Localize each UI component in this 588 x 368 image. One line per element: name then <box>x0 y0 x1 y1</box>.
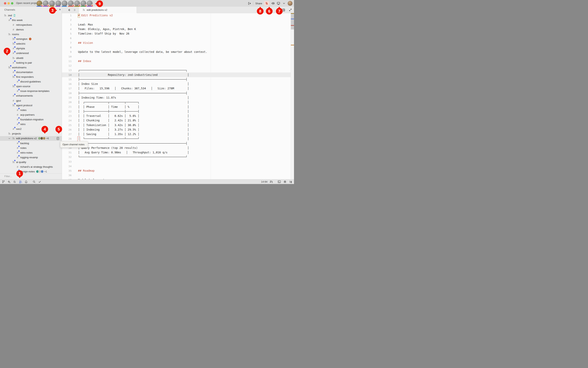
editor-line-11[interactable]: 11## Inbox <box>62 59 291 64</box>
sidebar-item-projects[interactable]: projects <box>0 131 62 136</box>
sidebar-item-soc2[interactable]: #soc2 <box>0 127 62 131</box>
chevron-down-icon[interactable] <box>8 137 11 140</box>
editor-line-20[interactable]: 20│ ┌──────────────┬─────────┬───────┐ │ <box>62 100 291 104</box>
editor-line-18[interactable]: 18├─────────────────────────────────────… <box>62 91 291 95</box>
editor-line-14[interactable]: 14│ Repository: zed-industries/zed │ <box>62 73 291 77</box>
sidebar-item-notes[interactable]: #notes <box>0 108 62 112</box>
sidebar-item-ai-quality[interactable]: ai quality <box>0 160 62 164</box>
editor-line-25[interactable]: 25│ │ Tokenization │ 3.42s │ 30.8% │ │ <box>62 123 291 127</box>
editor-line-21[interactable]: 21│ │ Phase │ Time │ % │ │ <box>62 104 291 109</box>
search-icon[interactable] <box>32 180 36 184</box>
editor-line-28[interactable]: 28│ └──────────────┴─────────┴───────┘ │ <box>62 137 291 141</box>
participant-avatar[interactable] <box>81 0 86 6</box>
sidebar-item-logging-revamp[interactable]: #logging-revamp <box>0 155 62 160</box>
zoom-window-button[interactable] <box>11 2 13 5</box>
open-channel-notes-button[interactable] <box>57 137 59 141</box>
sidebar-item-gpui[interactable]: #gpui <box>0 98 62 103</box>
participant-avatar[interactable] <box>56 0 61 6</box>
participant-avatar[interactable] <box>43 0 48 6</box>
collab-panel-icon[interactable] <box>19 180 22 184</box>
sidebar-item-looking-to-pair[interactable]: #looking to pair <box>0 60 62 65</box>
audio-icon[interactable] <box>271 1 275 5</box>
editor-line-34[interactable]: 34 <box>62 164 291 168</box>
recent-project-menu[interactable]: Open recent project <box>16 1 38 5</box>
terminal-icon[interactable] <box>277 180 281 184</box>
sidebar-item-open-source[interactable]: open-source <box>0 84 62 89</box>
sidebar-item-enhancements[interactable]: #enhancements <box>0 93 62 98</box>
edit-prediction-icon[interactable] <box>270 180 273 184</box>
nav-back-button[interactable] <box>67 8 71 12</box>
editor-line-27[interactable]: 27│ │ Saving │ 1.35s │ 12.2% │ │ <box>62 132 291 137</box>
editor-line-23[interactable]: 23│ │ Traversal │ 0.62s │ 5.6% │ │ <box>62 114 291 118</box>
editor-line-29[interactable]: 29├─────────────────────────────────────… <box>62 141 291 146</box>
participant-avatar[interactable] <box>74 0 80 6</box>
expand-icon[interactable] <box>288 8 292 12</box>
editor-pane[interactable]: 1# Edit Predictions v223Lead: Max4Team: … <box>62 13 291 179</box>
sidebar-item-discord-guidelines[interactable]: #discord-guidelines <box>0 79 62 84</box>
participant-avatar[interactable] <box>68 0 74 6</box>
editor-line-5[interactable]: 5Timeline: Staff Ship by Nov 26 <box>62 31 291 36</box>
filter-input[interactable] <box>4 175 44 178</box>
editor-line-19[interactable]: 19│ Indexing Time: 11.07s │ <box>62 95 291 100</box>
sidebar-item-selectric[interactable]: selectric <box>0 41 62 46</box>
editor-line-10[interactable]: 10 <box>62 54 291 59</box>
sidebar-item-edit-predictions-v2[interactable]: edit predictions v2+6 <box>0 136 62 141</box>
participant-avatar[interactable] <box>49 0 55 6</box>
editor-line-36[interactable]: 36 <box>62 173 291 177</box>
sidebar-item-foundation-migration[interactable]: #foundation-migration <box>0 117 62 122</box>
diagnostics-check-icon[interactable] <box>38 180 41 184</box>
screen-share-icon[interactable] <box>277 1 280 5</box>
git-branch-icon[interactable] <box>1 180 5 184</box>
project-panel-icon[interactable] <box>289 180 293 184</box>
outline-icon[interactable] <box>13 180 17 184</box>
participant-avatar[interactable] <box>62 0 67 6</box>
sidebar-item-documentation[interactable]: #documentation <box>0 70 62 74</box>
sidebar-item-this-week[interactable]: #this week <box>0 18 62 22</box>
sidebar-item-rooms[interactable]: rooms <box>0 32 62 37</box>
editor-line-4[interactable]: 4Team: Oleksiy, Agus, Piotrek, Ben K <box>62 27 291 31</box>
editor-line-12[interactable]: 12 <box>62 64 291 68</box>
sidebar-item-acp-partners[interactable]: #acp-partners <box>0 112 62 117</box>
sidebar-item-olivetti[interactable]: olivetti <box>0 55 62 60</box>
editor-line-9[interactable]: 9Update to the latest model, leverage co… <box>62 50 291 54</box>
sidebar-item-agent-protocol[interactable]: agent protocol <box>0 103 62 108</box>
leave-call-icon[interactable] <box>248 1 251 5</box>
editor-line-32[interactable]: 32└─────────────────────────────────────… <box>62 155 291 159</box>
notifications-icon[interactable] <box>24 180 28 184</box>
ai-sparkle-icon[interactable] <box>7 180 11 184</box>
sidebar-item-richard-s-ai-strategy-thoughts[interactable]: #richard's ai strategy thoughts <box>0 165 62 169</box>
editor-line-24[interactable]: 24│ │ Chunking │ 2.42s │ 21.8% │ │ <box>62 118 291 123</box>
editor-line-2[interactable]: 2 <box>62 18 291 22</box>
editor-line-16[interactable]: 16│ Index Size │ <box>62 82 291 86</box>
editor-line-6[interactable]: 6 <box>62 36 291 40</box>
debug-icon[interactable] <box>283 180 287 184</box>
minimize-window-button[interactable] <box>8 2 10 5</box>
participant-avatar[interactable] <box>87 0 93 6</box>
editor-line-8[interactable]: 8 <box>62 45 291 50</box>
sidebar-item-design-notes[interactable]: #design-notes+1 <box>0 169 62 173</box>
participant-avatar[interactable] <box>37 0 42 6</box>
sidebar-item-retro-notes[interactable]: #retro-notes <box>0 150 62 155</box>
sidebar-item-demos[interactable]: #demos <box>0 27 62 32</box>
mic-muted-button[interactable] <box>264 1 269 6</box>
editor-line-26[interactable]: 26│ │ Indexing │ 3.27s │ 29.5% │ │ <box>62 128 291 132</box>
add-channel-button[interactable]: + <box>58 8 62 12</box>
cursor-position[interactable]: 14:64 <box>261 180 267 183</box>
editor-line-37[interactable]: 37Model deployments <box>62 178 291 179</box>
editor-line-3[interactable]: 3Lead: Max <box>62 22 291 27</box>
sidebar-item-remington[interactable]: remington <box>0 37 62 41</box>
sidebar-item-retro[interactable]: #retro <box>0 122 62 127</box>
share-button[interactable]: Share <box>255 2 262 5</box>
sidebar-item-backlog[interactable]: #backlog <box>0 141 62 146</box>
editor-line-17[interactable]: 17│ Files: 15,596 │ Chunks: 387,534 │ Si… <box>62 86 291 91</box>
tab-edit-predictions-v2[interactable]: edit predictions v2 <box>79 7 137 13</box>
editor-line-31[interactable]: 31│ Avg Query Time: 0.98ms │ Throughput:… <box>62 150 291 155</box>
close-window-button[interactable] <box>4 2 6 5</box>
user-avatar[interactable] <box>288 1 293 6</box>
nav-forward-button[interactable] <box>73 8 77 12</box>
editor-scrollbar[interactable] <box>291 13 294 179</box>
sidebar-item-workstreams[interactable]: workstreams <box>0 65 62 70</box>
sidebar-item-issue-response-templates[interactable]: #issue-response-templates <box>0 89 62 93</box>
sidebar-item-retrospectives[interactable]: #retrospectives <box>0 22 62 27</box>
editor-line-7[interactable]: 7## Vision <box>62 41 291 45</box>
